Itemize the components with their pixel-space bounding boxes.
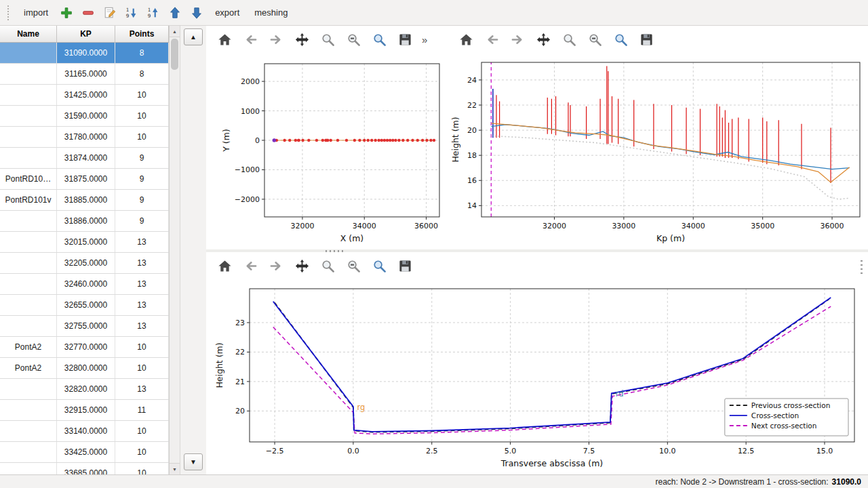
cell-kp[interactable]: 32800.0000 <box>57 358 115 378</box>
scrollbar-thumb[interactable] <box>171 39 178 70</box>
column-header-kp[interactable]: KP <box>57 26 115 42</box>
cell-kp[interactable]: 31874.0000 <box>57 148 115 168</box>
menu-import[interactable]: import <box>18 5 54 20</box>
scrollbar-down-icon[interactable]: ▼ <box>170 463 180 474</box>
home-button[interactable] <box>214 29 235 49</box>
cell-points[interactable]: 10 <box>115 358 169 378</box>
customize-button[interactable] <box>369 29 389 49</box>
cell-kp[interactable]: 31165.0000 <box>57 64 115 84</box>
cell-points[interactable]: 9 <box>115 211 169 231</box>
zoom-button[interactable] <box>317 256 338 276</box>
table-row[interactable]: 31165.00008 <box>0 64 169 85</box>
cell-name[interactable] <box>0 64 57 84</box>
add-cross-section-button[interactable] <box>57 3 76 22</box>
cell-kp[interactable]: 32915.0000 <box>57 400 115 420</box>
subplots-button[interactable] <box>343 256 363 276</box>
cell-kp[interactable]: 32770.0000 <box>57 337 115 357</box>
cell-name[interactable] <box>0 316 57 336</box>
sort-ascending-button[interactable]: 19 <box>122 3 141 22</box>
table-row[interactable]: PontA232800.000010 <box>0 358 169 379</box>
cell-kp[interactable]: 32755.0000 <box>57 316 115 336</box>
cell-points[interactable]: 10 <box>115 85 169 105</box>
cell-name[interactable] <box>0 400 57 420</box>
zoom-button[interactable] <box>559 29 579 49</box>
column-header-name[interactable]: Name <box>0 26 57 42</box>
cell-points[interactable]: 10 <box>115 127 169 147</box>
table-row[interactable]: 32915.000011 <box>0 400 169 421</box>
cell-name[interactable]: PontA2 <box>0 337 57 357</box>
table-row[interactable]: 31780.000010 <box>0 127 169 148</box>
cell-kp[interactable]: 32655.0000 <box>57 295 115 315</box>
cell-points[interactable]: 13 <box>115 274 169 294</box>
cross-section-chart[interactable]: −2.50.02.55.07.510.012.515.020212223Tran… <box>206 279 868 474</box>
longitudinal-profile-chart[interactable]: 3200033000340003500036000141618202224Kp … <box>448 53 868 251</box>
cell-kp[interactable]: 32205.0000 <box>57 253 115 273</box>
cell-kp[interactable]: 31875.0000 <box>57 169 115 189</box>
table-scrollbar[interactable]: ▲ ▼ <box>170 26 180 474</box>
cell-points[interactable]: 8 <box>115 64 169 84</box>
pan-button[interactable] <box>533 29 553 49</box>
table-row[interactable]: 31425.000010 <box>0 85 169 106</box>
scroll-to-bottom-button[interactable]: ▼ <box>184 453 203 470</box>
table-row[interactable]: 33425.000010 <box>0 442 169 463</box>
back-button[interactable] <box>240 29 260 49</box>
customize-button[interactable] <box>369 256 389 276</box>
table-row[interactable]: 31090.00008 <box>0 43 169 64</box>
cell-name[interactable]: PontA2 <box>0 358 57 378</box>
cell-points[interactable]: 10 <box>115 421 169 441</box>
menu-meshing[interactable]: meshing <box>248 5 294 20</box>
customize-button[interactable] <box>610 29 631 49</box>
cell-name[interactable] <box>0 127 57 147</box>
scroll-to-top-button[interactable]: ▲ <box>184 28 203 45</box>
table-row[interactable]: PontRD10…31875.00009 <box>0 169 169 190</box>
cell-points[interactable]: 9 <box>115 190 169 210</box>
toolbar-overflow-icon[interactable]: » <box>422 34 427 45</box>
save-button[interactable] <box>636 29 656 49</box>
table-row[interactable]: PontRD101v31885.00009 <box>0 190 169 211</box>
subplots-button[interactable] <box>343 29 363 49</box>
cell-name[interactable] <box>0 295 57 315</box>
sort-descending-button[interactable]: 19 <box>144 3 163 22</box>
cell-name[interactable] <box>0 211 57 231</box>
subplots-button[interactable] <box>585 29 605 49</box>
table-row[interactable]: 32755.000013 <box>0 316 169 337</box>
cell-points[interactable]: 10 <box>115 337 169 357</box>
table-row[interactable]: 33140.000010 <box>0 421 169 442</box>
cell-kp[interactable]: 33140.0000 <box>57 421 115 441</box>
cell-kp[interactable]: 31885.0000 <box>57 190 115 210</box>
cell-points[interactable]: 13 <box>115 316 169 336</box>
cell-kp[interactable]: 31090.0000 <box>57 43 115 63</box>
home-button[interactable] <box>214 256 235 276</box>
cell-kp[interactable]: 32460.0000 <box>57 274 115 294</box>
pan-button[interactable] <box>292 29 312 49</box>
table-row[interactable]: 31590.000010 <box>0 106 169 127</box>
table-row[interactable]: 32205.000013 <box>0 253 169 274</box>
menu-export[interactable]: export <box>209 5 245 20</box>
move-down-button[interactable] <box>187 3 206 22</box>
cell-kp[interactable]: 32015.0000 <box>57 232 115 252</box>
cell-points[interactable]: 10 <box>115 442 169 462</box>
cell-name[interactable] <box>0 148 57 168</box>
table-row[interactable]: PontA232770.000010 <box>0 337 169 358</box>
forward-button[interactable] <box>507 29 528 49</box>
cell-points[interactable]: 10 <box>115 106 169 126</box>
cell-name[interactable] <box>0 274 57 294</box>
cell-kp[interactable]: 33425.0000 <box>57 442 115 462</box>
cell-points[interactable]: 13 <box>115 253 169 273</box>
table-row[interactable]: 31874.00009 <box>0 148 169 169</box>
cell-name[interactable] <box>0 232 57 252</box>
toolbar-grip[interactable] <box>7 5 12 20</box>
column-header-points[interactable]: Points <box>115 26 169 42</box>
cell-kp[interactable]: 31425.0000 <box>57 85 115 105</box>
cell-name[interactable]: PontRD101v <box>0 190 57 210</box>
table-row[interactable]: 31886.00009 <box>0 211 169 232</box>
cell-points[interactable]: 9 <box>115 169 169 189</box>
save-button[interactable] <box>395 256 415 276</box>
back-button[interactable] <box>481 29 502 49</box>
move-up-button[interactable] <box>165 3 184 22</box>
table-row[interactable]: 32820.000013 <box>0 379 169 400</box>
plan-view-chart[interactable]: 320003400036000−2000−1000010002000X (m)Y… <box>206 53 448 251</box>
table-row[interactable]: 32015.000013 <box>0 232 169 253</box>
cell-points[interactable]: 13 <box>115 379 169 399</box>
cell-name[interactable] <box>0 106 57 126</box>
